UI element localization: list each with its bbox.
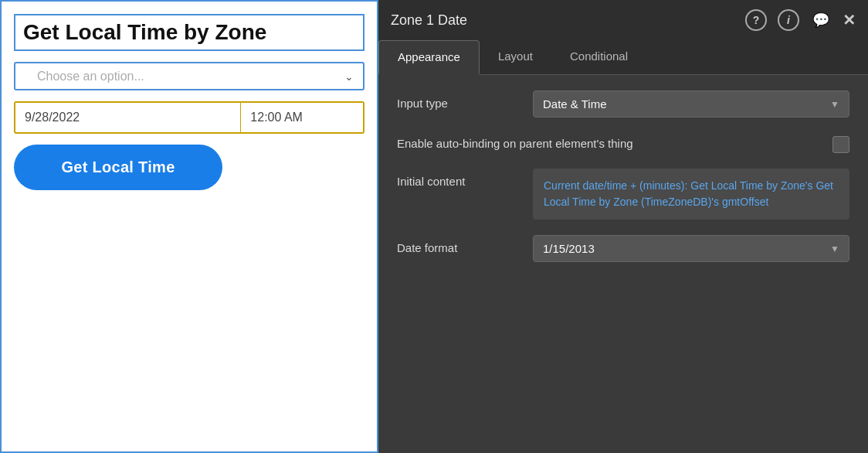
- input-type-control: Date & Time ▼: [533, 90, 849, 118]
- select-arrow-icon: ⌄: [344, 70, 354, 83]
- tab-layout[interactable]: Layout: [480, 40, 551, 74]
- app-title: Get Local Time by Zone: [14, 14, 364, 51]
- input-type-value: Date & Time: [543, 97, 607, 111]
- tab-conditional[interactable]: Conditional: [551, 40, 646, 74]
- auto-binding-row: Enable auto-binding on parent element's …: [397, 133, 849, 153]
- date-format-dropdown-arrow: ▼: [830, 244, 839, 254]
- comment-icon[interactable]: 💬: [810, 9, 832, 31]
- get-local-time-button[interactable]: Get Local Time: [14, 145, 222, 190]
- time-field[interactable]: 12:00 AM: [241, 103, 363, 132]
- initial-content-box[interactable]: Current date/time + (minutes): Get Local…: [533, 169, 849, 220]
- date-format-control: 1/15/2013 ▼: [533, 235, 849, 262]
- panel-title: Zone 1 Date: [391, 12, 467, 29]
- info-icon[interactable]: i: [778, 9, 799, 31]
- tab-appearance[interactable]: Appearance: [378, 40, 480, 75]
- date-format-label: Date format: [397, 235, 520, 254]
- initial-content-text: Current date/time + (minutes): Get Local…: [544, 179, 833, 208]
- auto-binding-label: Enable auto-binding on parent element's …: [397, 137, 820, 150]
- initial-content-row: Initial content Current date/time + (min…: [397, 169, 849, 220]
- auto-binding-checkbox[interactable]: [832, 136, 849, 153]
- date-format-dropdown[interactable]: 1/15/2013 ▼: [533, 235, 849, 262]
- date-format-value: 1/15/2013: [543, 242, 595, 255]
- panel-content: Input type Date & Time ▼ Enable auto-bin…: [378, 75, 868, 453]
- help-icon[interactable]: ?: [745, 9, 767, 31]
- close-icon[interactable]: ✕: [843, 11, 856, 29]
- date-field[interactable]: 9/28/2022: [15, 103, 241, 132]
- right-panel: Zone 1 Date ? i 💬 ✕ Appearance Layout Co…: [378, 0, 868, 453]
- input-type-dropdown-arrow: ▼: [830, 99, 839, 110]
- tabs-bar: Appearance Layout Conditional: [378, 40, 868, 75]
- datetime-input-wrapper: 9/28/2022 12:00 AM: [14, 101, 364, 134]
- input-type-label: Input type: [397, 90, 520, 110]
- date-format-row: Date format 1/15/2013 ▼: [397, 235, 849, 262]
- input-type-dropdown[interactable]: Date & Time ▼: [533, 90, 849, 118]
- option-select[interactable]: [25, 70, 344, 83]
- initial-content-label: Initial content: [397, 169, 520, 188]
- option-select-wrapper[interactable]: ⌄ Choose an option...: [14, 62, 364, 90]
- panel-header: Zone 1 Date ? i 💬 ✕: [378, 0, 868, 40]
- left-panel: Get Local Time by Zone ⌄ Choose an optio…: [0, 0, 378, 453]
- header-icons: ? i 💬 ✕: [745, 9, 856, 31]
- input-type-row: Input type Date & Time ▼: [397, 90, 849, 118]
